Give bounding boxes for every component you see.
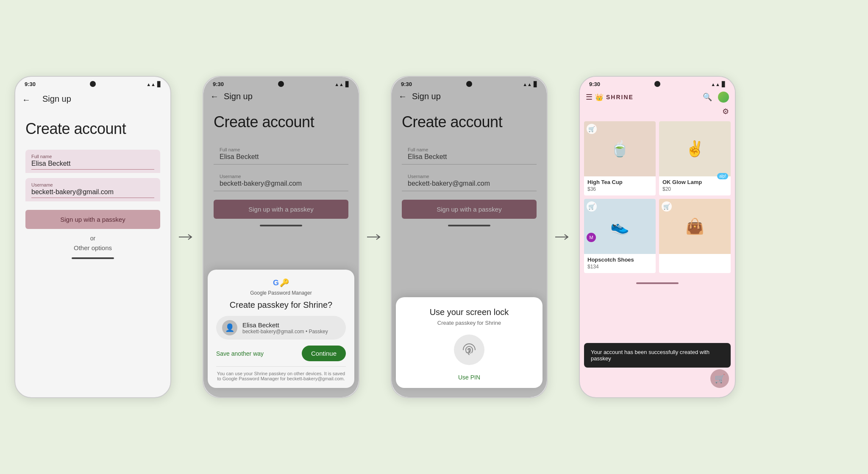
cart-fab[interactable]: 🛒 (710, 369, 729, 388)
status-bar-4: 9:30 ▲▲ ▊ (580, 77, 735, 89)
product-price-2: $134 (584, 264, 656, 273)
product-grid: 🍵 🛒 High Tea Cup $36 ✌️ alp! OK Glow Lam… (580, 118, 735, 276)
sheet-actions: Save another way Continue (216, 346, 346, 361)
back-button-1[interactable]: ← (22, 95, 31, 105)
phone-3: 9:30 ▲▲ ▊ ← Sign up Create account Full … (391, 76, 548, 398)
product-price-1: $20 (659, 186, 731, 195)
product-emoji-3: 👜 (685, 217, 704, 235)
time-4: 9:30 (589, 81, 600, 87)
fullname-field-1[interactable]: Full name Elisa Beckett (25, 150, 160, 173)
shrine-logo-text: SHRINE (606, 94, 634, 100)
product-emoji-0: 🍵 (610, 140, 629, 158)
cart-badge-0: 🛒 (587, 124, 597, 134)
create-passkey-title: Create passkey for Shrine? (216, 300, 346, 310)
g-blue-dot: G (273, 279, 279, 287)
fullname-value-1: Elisa Beckett (31, 160, 154, 170)
toast-notification: Your account has been successfully creat… (584, 343, 731, 368)
product-name-2: Hopscotch Shoes (584, 254, 656, 264)
home-indicator-4 (636, 282, 679, 284)
product-card-3[interactable]: 👜 🛒 (659, 199, 731, 273)
home-indicator-1 (72, 257, 114, 259)
toast-text: Your account has been successfully creat… (591, 349, 709, 362)
arrow-1 (179, 233, 195, 241)
phone-1: 9:30 ▲▲ ▊ ← Sign up Create account Full … (14, 76, 171, 398)
scene: 9:30 ▲▲ ▊ ← Sign up Create account Full … (14, 76, 854, 398)
cart-badge-2: 🛒 (587, 201, 597, 212)
product-emoji-2: 👟 (610, 217, 629, 235)
fingerprint-circle (454, 335, 484, 365)
user-name: Elisa Beckett (242, 321, 328, 329)
arrow-2 (367, 233, 383, 241)
filter-icon[interactable]: ⚙ (722, 107, 729, 116)
battery-icon-4: ▊ (722, 81, 726, 87)
product-name-0: High Tea Cup (584, 176, 656, 186)
search-icon[interactable]: 🔍 (703, 92, 712, 102)
sheet-note: You can use your Shrine passkey on other… (216, 371, 346, 381)
use-pin-button[interactable]: Use PIN (458, 374, 480, 381)
sheet-divider (216, 366, 346, 367)
username-value-1: beckett-bakery@gmail.com (31, 188, 154, 198)
screen-lock-sheet: Use your screen lock Create passkey for … (396, 297, 542, 388)
user-row: 👤 Elisa Beckett beckett-bakery@gmail.com… (216, 316, 346, 340)
continue-button[interactable]: Continue (302, 346, 346, 361)
time-1: 9:30 (25, 81, 36, 87)
gpm-title: Google Password Manager (216, 290, 346, 296)
filter-row: ⚙ (580, 105, 735, 118)
passkey-button-1[interactable]: Sign up with a passkey (25, 210, 160, 229)
home-indicator-2 (260, 225, 302, 226)
status-bar-1: 9:30 ▲▲ ▊ (15, 77, 170, 89)
avatar-icon: 👤 (225, 323, 234, 332)
product-card-1[interactable]: ✌️ alp! OK Glow Lamp $20 (659, 121, 731, 195)
user-avatar-icon[interactable] (718, 92, 729, 103)
phone-content-1: Create account Full name Elisa Beckett U… (15, 112, 170, 251)
product-emoji-1: ✌️ (685, 140, 704, 158)
camera-dot-1 (90, 81, 96, 87)
status-icons-4: ▲▲ ▊ (711, 81, 726, 87)
shrine-crown-icon: 👑 (595, 93, 604, 101)
username-label-1: Username (31, 182, 154, 187)
screen-lock-title: Use your screen lock (404, 307, 534, 317)
product-image-1: ✌️ (659, 121, 731, 176)
create-account-title-1: Create account (25, 120, 160, 138)
screen-title-1: Sign up (36, 92, 78, 108)
battery-icon-1: ▊ (157, 81, 161, 87)
signal-icon-4: ▲▲ (711, 82, 720, 87)
or-text-1: or (25, 235, 160, 242)
user-info: Elisa Beckett beckett-bakery@gmail.com •… (242, 321, 328, 335)
cart-fab-icon: 🛒 (715, 374, 725, 384)
cart-badge-1: alp! (717, 173, 728, 179)
arrow-3 (555, 233, 571, 241)
screen-lock-sub: Create passkey for Shrine (404, 320, 534, 326)
product-card-2[interactable]: 👟 🛒 M Hopscotch Shoes $134 (584, 199, 656, 273)
user-sub: beckett-bakery@gmail.com • Passkey (242, 329, 328, 335)
fullname-label-1: Full name (31, 154, 154, 159)
shrine-left: ☰ 👑 SHRINE (586, 92, 634, 102)
username-field-1[interactable]: Username beckett-bakery@gmail.com (25, 178, 160, 201)
fingerprint-icon (460, 340, 479, 359)
gpm-sheet: G 🔑 Google Password Manager Create passk… (208, 270, 354, 388)
status-icons-1: ▲▲ ▊ (146, 81, 161, 87)
product-card-0[interactable]: 🍵 🛒 High Tea Cup $36 (584, 121, 656, 195)
user-avatar: 👤 (222, 320, 237, 335)
cart-badge-3: 🛒 (662, 201, 672, 212)
camera-dot-4 (654, 81, 660, 87)
shrine-bar: ☰ 👑 SHRINE 🔍 (580, 89, 735, 105)
key-icon: 🔑 (280, 278, 289, 287)
shrine-icons: 🔍 (703, 92, 729, 103)
product-price-0: $36 (584, 186, 656, 195)
use-pin-container: Use PIN (404, 374, 534, 381)
brand-badge-2: M (587, 233, 596, 242)
home-indicator-3 (448, 225, 490, 226)
save-another-button[interactable]: Save another way (216, 350, 264, 357)
hamburger-icon[interactable]: ☰ (586, 92, 593, 102)
other-options-1[interactable]: Other options (25, 244, 160, 251)
phone-4: 9:30 ▲▲ ▊ ☰ 👑 SHRINE 🔍 ⚙ (579, 76, 736, 398)
google-logo: G 🔑 (216, 278, 346, 287)
phone-2: 9:30 ▲▲ ▊ ← Sign up Create account Full … (203, 76, 359, 398)
app-bar-1: ← Sign up (15, 89, 170, 112)
signal-icon-1: ▲▲ (146, 82, 156, 87)
